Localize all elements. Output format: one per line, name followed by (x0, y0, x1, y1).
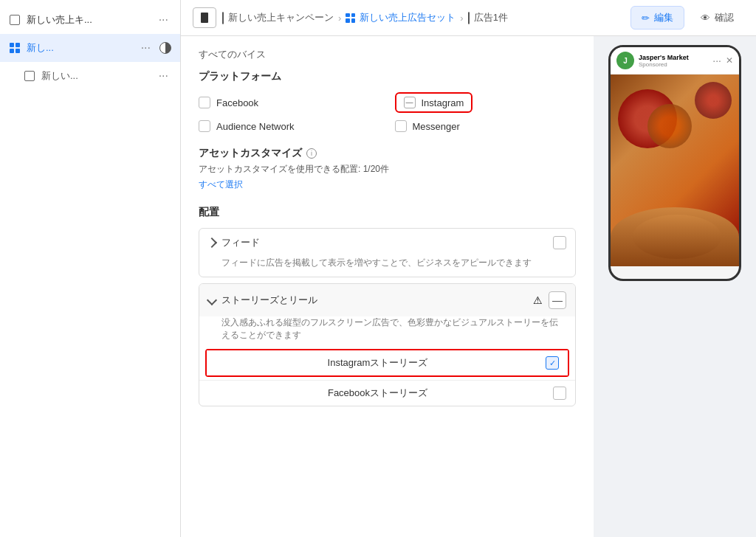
asset-title: アセットカスタマイズ (199, 147, 302, 160)
audience-network-checkbox[interactable] (199, 120, 210, 132)
platform-hint: すべてのバイス (199, 48, 576, 61)
phone-more-icon: ··· (712, 55, 721, 66)
stories-chevron-icon (207, 295, 217, 305)
phone-user-info: Jasper's Market Sponsored (639, 54, 689, 68)
instagram-highlighted-box: Instagram (395, 92, 473, 113)
stories-warning-icon: ⚠ (533, 294, 543, 306)
pencil-icon: ✏ (642, 13, 650, 24)
placement-card-stories: ストーリーズとリール ⚠ — 没入感あふれる縦型のフルスクリーン広告で、色彩豊か… (199, 283, 576, 406)
toggle-icon (201, 13, 208, 23)
sidebar-item-ad[interactable]: 新しい... ··· (0, 62, 180, 90)
feed-desc: フィードに広告を掲載して表示を増やすことで、ビジネスをアピールできます (199, 257, 575, 277)
edit-label: 編集 (654, 11, 673, 24)
stories-minus-button[interactable]: — (549, 291, 566, 309)
asset-customization-section: アセットカスタマイズ i アセットカスタマイズを使用できる配置: 1/20件 す… (199, 147, 576, 191)
platform-section-title: プラットフォーム (199, 70, 576, 83)
phone-avatar: J (616, 52, 634, 69)
placement-section: 配置 フィード フィードに広告を掲載して表示を増やすことで、ビジネスをアピールで… (199, 206, 576, 406)
breadcrumb-campaign: 新しい売上キャンペーン (228, 11, 334, 24)
instagram-stories-check-icon: ✓ (549, 358, 556, 368)
phone-screen: J Jasper's Market Sponsored ··· ✕ (611, 47, 739, 279)
sub-placement-facebook-stories: Facebookストーリーズ (199, 380, 575, 406)
confirm-label: 確認 (715, 11, 734, 24)
phone-close-icon: ✕ (726, 55, 733, 66)
instagram-stories-highlight-box: Instagramストーリーズ ✓ (205, 349, 569, 377)
facebook-label: Facebook (216, 97, 258, 108)
sidebar-item-adset[interactable]: 新し... ··· (0, 34, 180, 62)
confirm-button[interactable]: 👁 確認 (690, 7, 744, 29)
feed-name: フィード (221, 236, 547, 249)
facebook-stories-name: Facebookストーリーズ (208, 387, 547, 400)
messenger-label: Messenger (413, 121, 460, 132)
breadcrumb-ad: 広告1件 (474, 11, 508, 24)
phone-sponsored: Sponsored (639, 61, 689, 68)
asset-select-all-link[interactable]: すべて選択 (199, 179, 243, 190)
asset-desc: アセットカスタマイズを使用できる配置: 1/20件 (199, 163, 576, 176)
platforms-grid: Facebook Instagram Audience Network (199, 92, 576, 132)
placement-card-feed: フィード フィードに広告を掲載して表示を増やすことで、ビジネスをアピールできます (199, 228, 576, 277)
breadcrumb-campaign-icon (222, 13, 224, 24)
messenger-checkbox[interactable] (395, 120, 407, 132)
content-area: すべてのバイス プラットフォーム Facebook Instagram (181, 36, 756, 537)
facebook-checkbox[interactable] (199, 97, 210, 108)
adset-more-icon[interactable]: ··· (138, 40, 154, 56)
campaign-icon (9, 14, 21, 26)
facebook-stories-checkbox[interactable] (553, 387, 566, 400)
eye-icon: 👁 (701, 13, 710, 24)
phone-username: Jasper's Market (639, 54, 689, 61)
feed-chevron-icon (207, 238, 217, 248)
breadcrumb: 新しい売上キャンペーン › 新しい売上広告セット › 広告1件 (222, 11, 508, 24)
phone-preview: J Jasper's Market Sponsored ··· ✕ (608, 45, 741, 281)
sidebar: 新しい売上キ... ··· 新し... ··· 新しい... ··· (0, 0, 181, 537)
ad-more-icon[interactable]: ··· (156, 68, 171, 84)
placement-section-title: 配置 (199, 206, 576, 219)
ad-icon (24, 70, 35, 82)
sub-placement-instagram-stories: Instagramストーリーズ ✓ (207, 350, 568, 375)
stories-desc: 没入感あふれる縦型のフルスクリーン広告で、色彩豊かなビジュアルストーリーを伝える… (199, 316, 575, 349)
sidebar-adset-label: 新し... (27, 41, 132, 55)
sidebar-campaign-label: 新しい売上キ... (27, 13, 150, 27)
placement-stories-header[interactable]: ストーリーズとリール ⚠ — (199, 284, 575, 316)
platform-item-facebook: Facebook (199, 92, 380, 113)
form-panel: すべてのバイス プラットフォーム Facebook Instagram (181, 36, 594, 537)
topbar-actions: ✏ 編集 👁 確認 (630, 6, 744, 30)
feed-checkbox[interactable] (553, 236, 566, 249)
asset-title-row: アセットカスタマイズ i (199, 147, 576, 160)
stories-name: ストーリーズとリール (221, 294, 527, 307)
instagram-label: Instagram (422, 97, 464, 108)
breadcrumb-adset-icon (346, 13, 355, 23)
breadcrumb-sep-1: › (338, 13, 341, 24)
topbar: 新しい売上キャンペーン › 新しい売上広告セット › 広告1件 ✏ 編集 👁 確… (181, 0, 756, 36)
phone-top-bar: J Jasper's Market Sponsored ··· ✕ (611, 47, 739, 75)
sidebar-item-campaign[interactable]: 新しい売上キ... ··· (0, 6, 180, 34)
asset-info-icon[interactable]: i (306, 148, 317, 159)
breadcrumb-sep-2: › (460, 13, 463, 24)
sidebar-toggle-button[interactable] (193, 7, 216, 28)
sidebar-ad-label: 新しい... (41, 69, 150, 83)
placement-feed-header[interactable]: フィード (199, 229, 575, 257)
platform-item-messenger: Messenger (395, 120, 577, 132)
audience-network-label: Audience Network (216, 121, 295, 132)
breadcrumb-ad-icon (468, 13, 470, 24)
platform-item-instagram: Instagram (395, 92, 577, 113)
instagram-stories-name: Instagramストーリーズ (216, 356, 540, 370)
edit-button[interactable]: ✏ 編集 (630, 6, 684, 30)
campaign-more-icon[interactable]: ··· (156, 12, 171, 28)
breadcrumb-adset: 新しい売上広告セット (360, 11, 456, 24)
main-area: 新しい売上キャンペーン › 新しい売上広告セット › 広告1件 ✏ 編集 👁 確… (181, 0, 756, 537)
phone-ad-image (611, 75, 739, 266)
adset-icon (9, 42, 21, 54)
instagram-stories-checkbox[interactable]: ✓ (546, 356, 559, 370)
preview-panel: J Jasper's Market Sponsored ··· ✕ (594, 36, 756, 537)
adset-status-icon (159, 42, 171, 54)
platform-item-audience-network: Audience Network (199, 120, 380, 132)
instagram-checkbox[interactable] (404, 97, 416, 108)
